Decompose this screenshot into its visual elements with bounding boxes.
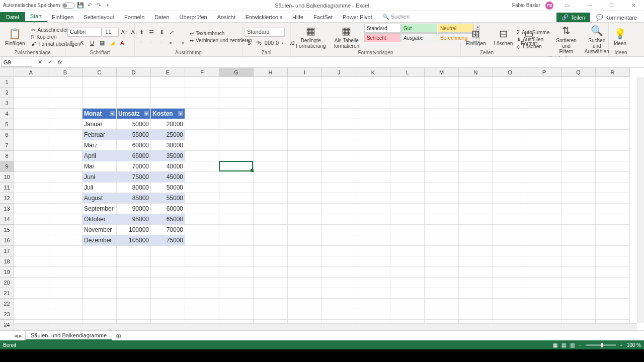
cell[interactable] (459, 256, 493, 267)
cell[interactable] (151, 288, 185, 299)
col-header-F[interactable]: F (185, 68, 219, 77)
cell[interactable] (459, 172, 493, 183)
cell[interactable] (561, 267, 596, 278)
cell[interactable] (561, 119, 596, 130)
row-header-10[interactable]: 10 (0, 172, 14, 183)
cell[interactable]: 70000 (117, 161, 151, 172)
cell[interactable] (83, 288, 117, 299)
row-header-1[interactable]: 1 (0, 77, 14, 87)
cell[interactable] (288, 87, 322, 98)
cell[interactable]: Januar (83, 119, 117, 130)
cell[interactable] (219, 119, 254, 130)
view-layout-icon[interactable]: ▤ (561, 342, 566, 348)
cell[interactable] (561, 130, 596, 140)
cell[interactable] (14, 214, 48, 225)
cell[interactable] (459, 278, 493, 288)
tab-start[interactable]: Start (25, 11, 47, 22)
cell[interactable] (596, 256, 630, 267)
cell[interactable] (288, 109, 322, 119)
cell[interactable]: 50000 (117, 119, 151, 130)
cell[interactable] (527, 87, 561, 98)
cell[interactable] (493, 151, 527, 161)
cell[interactable] (459, 214, 493, 225)
cell[interactable] (151, 256, 185, 267)
cell[interactable]: 45000 (151, 172, 185, 183)
view-normal-icon[interactable]: ▦ (553, 342, 557, 348)
cell[interactable] (48, 320, 83, 323)
cell[interactable] (425, 151, 459, 161)
cell[interactable] (14, 256, 48, 267)
accept-formula-icon[interactable]: ✓ (45, 58, 54, 67)
cell[interactable] (322, 172, 356, 183)
cell[interactable] (493, 87, 527, 98)
cell[interactable] (493, 161, 527, 172)
cell[interactable] (288, 172, 322, 183)
cell[interactable] (322, 299, 356, 309)
cell[interactable] (117, 77, 151, 87)
cell[interactable] (459, 204, 493, 214)
cell[interactable] (493, 299, 527, 309)
cell[interactable] (185, 151, 219, 161)
cell[interactable] (117, 87, 151, 98)
cell[interactable] (117, 278, 151, 288)
bold-icon[interactable]: F (67, 38, 76, 47)
cell[interactable] (117, 267, 151, 278)
comments-button[interactable]: 💬 Kommentare (592, 13, 641, 22)
cell[interactable] (459, 246, 493, 256)
row-header-20[interactable]: 20 (0, 278, 14, 288)
cell[interactable] (288, 214, 322, 225)
filter-icon[interactable]: ▾ (110, 111, 115, 116)
cell[interactable] (561, 109, 596, 119)
cell[interactable] (322, 151, 356, 161)
cell[interactable] (14, 204, 48, 214)
cell[interactable] (390, 309, 425, 320)
italic-icon[interactable]: K (77, 38, 87, 47)
cell[interactable] (493, 235, 527, 246)
row-header-15[interactable]: 15 (0, 225, 14, 235)
cell[interactable] (390, 299, 425, 309)
row-header-16[interactable]: 16 (0, 235, 14, 246)
cell[interactable] (117, 288, 151, 299)
cell[interactable] (219, 183, 254, 193)
cell[interactable] (254, 278, 288, 288)
cell[interactable] (254, 109, 288, 119)
cell[interactable] (425, 119, 459, 130)
cell[interactable] (83, 278, 117, 288)
cell[interactable]: 65000 (117, 151, 151, 161)
cell[interactable] (14, 151, 48, 161)
cell[interactable] (185, 183, 219, 193)
cell[interactable] (219, 267, 254, 278)
conditional-format-button[interactable]: ▦Bedingte Formatierung (293, 24, 329, 50)
cell[interactable] (14, 193, 48, 204)
cell[interactable] (527, 130, 561, 140)
cell[interactable] (322, 320, 356, 323)
cell[interactable] (356, 225, 390, 235)
sheet-nav-next-icon[interactable]: ▶ (19, 333, 22, 338)
cell[interactable] (493, 109, 527, 119)
col-header-N[interactable]: N (459, 68, 493, 77)
tab-developer[interactable]: Entwicklertools (240, 12, 287, 22)
ideas-button[interactable]: 💡Ideen (611, 24, 629, 50)
cell[interactable] (151, 309, 185, 320)
search-box[interactable]: 🔍 Suchen (377, 12, 415, 22)
cell[interactable] (219, 288, 254, 299)
cell[interactable] (390, 256, 425, 267)
cell[interactable] (14, 77, 48, 87)
cell[interactable] (185, 320, 219, 323)
cell[interactable] (356, 299, 390, 309)
cell[interactable] (117, 98, 151, 109)
row-header-6[interactable]: 6 (0, 130, 14, 140)
orientation-icon[interactable]: ⤢ (167, 28, 176, 37)
row-header-21[interactable]: 21 (0, 288, 14, 299)
sheet-tab[interactable]: Säulen- und Balkendiagramme (25, 331, 112, 340)
cell[interactable] (288, 151, 322, 161)
cell[interactable] (48, 278, 83, 288)
cell[interactable] (527, 320, 561, 323)
tab-factset[interactable]: FactSet (308, 12, 338, 22)
cell[interactable] (48, 87, 83, 98)
redo-icon[interactable]: ↷ (95, 2, 102, 9)
cell[interactable] (322, 87, 356, 98)
autosave-toggle[interactable]: Automatisches Speichern (3, 3, 75, 9)
cell[interactable] (561, 225, 596, 235)
fill-color-icon[interactable]: ◢ (108, 38, 117, 47)
